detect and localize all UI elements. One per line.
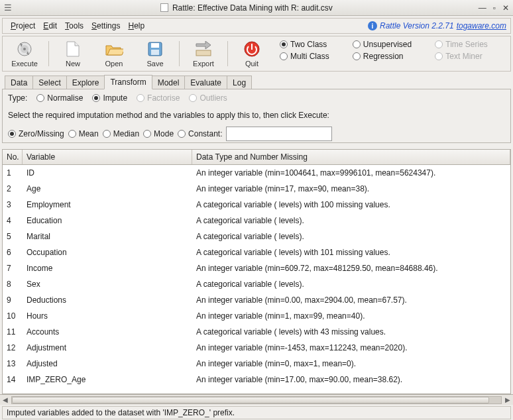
open-icon bbox=[105, 40, 123, 58]
variables-table: No. Variable Data Type and Number Missin… bbox=[2, 149, 511, 394]
tab-log[interactable]: Log bbox=[227, 76, 252, 89]
save-button[interactable]: Save bbox=[137, 38, 174, 69]
separator bbox=[48, 41, 49, 66]
version-label: i Rattle Version 2.2.71 togaware.com bbox=[368, 21, 506, 30]
tab-select[interactable]: Select bbox=[32, 76, 66, 89]
status-bar: Imputed variables added to the dataset w… bbox=[2, 406, 511, 419]
constant-input[interactable] bbox=[226, 127, 332, 141]
method-radio-constant[interactable]: Constant: bbox=[178, 129, 222, 138]
table-row[interactable]: 10HoursAn integer variable (min=1, max=9… bbox=[3, 308, 510, 324]
window-title: Rattle: Effective Data Mining with R: au… bbox=[172, 3, 333, 13]
tab-explore[interactable]: Explore bbox=[66, 76, 105, 89]
menu-settings[interactable]: Settings bbox=[87, 20, 124, 32]
minimize-button[interactable]: — bbox=[479, 3, 486, 13]
window-menu-icon[interactable]: ☰ bbox=[4, 3, 12, 13]
tab-model[interactable]: Model bbox=[152, 76, 186, 89]
separator bbox=[179, 41, 180, 66]
menu-project[interactable]: Project bbox=[7, 20, 39, 32]
col-variable[interactable]: Variable bbox=[23, 150, 192, 164]
svg-rect-5 bbox=[151, 50, 159, 55]
quit-button[interactable]: Quit bbox=[233, 38, 270, 69]
scrollbar-thumb[interactable] bbox=[12, 397, 489, 403]
table-row[interactable]: 5MaritalA categorical variable ( levels)… bbox=[3, 229, 510, 244]
tab-data[interactable]: Data bbox=[5, 76, 33, 89]
table-body[interactable]: 1IDAn integer variable (min=1004641, max… bbox=[3, 165, 510, 394]
svg-rect-4 bbox=[151, 43, 159, 48]
table-row[interactable]: 1IDAn integer variable (min=1004641, max… bbox=[3, 165, 510, 181]
document-icon bbox=[160, 3, 168, 12]
type-radio-outliers: Outliers bbox=[189, 93, 227, 103]
svg-point-2 bbox=[23, 48, 26, 50]
mode-radio-time-series: Time Series bbox=[435, 40, 507, 49]
table-row[interactable]: 6OccupationA categorical variable ( leve… bbox=[3, 244, 510, 260]
table-row[interactable]: 11AccountsA categorical variable ( level… bbox=[3, 324, 510, 340]
svg-rect-6 bbox=[196, 50, 211, 56]
quit-icon bbox=[243, 40, 261, 58]
type-radio-normalise[interactable]: Normalise bbox=[36, 93, 83, 103]
menu-edit[interactable]: Edit bbox=[39, 20, 61, 32]
open-button[interactable]: Open bbox=[95, 38, 133, 69]
mode-radio-text-miner: Text Miner bbox=[435, 52, 507, 61]
table-row[interactable]: 7IncomeAn integer variable (min=609.72, … bbox=[3, 260, 510, 276]
titlebar: ☰ Rattle: Effective Data Mining with R: … bbox=[0, 0, 513, 16]
horizontal-scrollbar[interactable]: ◀ ▶ bbox=[0, 394, 513, 405]
tabbar: DataSelectExploreTransformModelEvaluateL… bbox=[2, 74, 511, 89]
execute-button[interactable]: Execute bbox=[6, 38, 43, 69]
export-button[interactable]: Export bbox=[185, 38, 222, 69]
table-row[interactable]: 9DeductionsAn integer variable (min=0.00… bbox=[3, 292, 510, 308]
type-radio-factorise: Factorise bbox=[137, 93, 180, 103]
version-link[interactable]: togaware.com bbox=[457, 21, 506, 30]
execute-icon bbox=[15, 40, 34, 58]
tab-transform[interactable]: Transform bbox=[104, 75, 152, 89]
mode-radio-two-class[interactable]: Two Class bbox=[280, 40, 349, 49]
table-row[interactable]: 2AgeAn integer variable (min=17, max=90,… bbox=[3, 181, 510, 197]
scroll-right-icon[interactable]: ▶ bbox=[502, 396, 513, 403]
type-label: Type: bbox=[8, 93, 27, 103]
new-button[interactable]: New bbox=[54, 38, 91, 69]
new-icon bbox=[64, 40, 82, 58]
svg-rect-8 bbox=[251, 44, 253, 50]
mode-radio-unsupervised[interactable]: Unsupervised bbox=[353, 40, 431, 49]
table-row[interactable]: 14IMP_ZERO_AgeAn integer variable (min=1… bbox=[3, 372, 510, 388]
export-icon bbox=[194, 40, 213, 58]
instruction-text: Select the required imputation method an… bbox=[8, 111, 505, 120]
method-radio-mode[interactable]: Mode bbox=[143, 129, 174, 138]
table-row[interactable]: 4EducationA categorical variable ( level… bbox=[3, 213, 510, 229]
col-no[interactable]: No. bbox=[3, 150, 23, 164]
tab-evaluate[interactable]: Evaluate bbox=[184, 76, 227, 89]
method-radio-zeromissing[interactable]: Zero/Missing bbox=[8, 129, 64, 138]
method-radio-median[interactable]: Median bbox=[103, 129, 139, 138]
table-row[interactable]: 8SexA categorical variable ( levels). bbox=[3, 276, 510, 292]
col-desc[interactable]: Data Type and Number Missing bbox=[192, 150, 510, 164]
method-radio-mean[interactable]: Mean bbox=[68, 129, 99, 138]
mode-radio-regression[interactable]: Regression bbox=[353, 52, 431, 61]
separator bbox=[227, 41, 228, 66]
table-row[interactable]: 3EmploymentA categorical variable ( leve… bbox=[3, 197, 510, 213]
type-radio-impute[interactable]: Impute bbox=[92, 93, 127, 103]
menu-help[interactable]: Help bbox=[124, 20, 148, 32]
transform-panel: Type: NormaliseImputeFactoriseOutliers S… bbox=[2, 89, 511, 143]
info-icon: i bbox=[368, 21, 377, 30]
scroll-left-icon[interactable]: ◀ bbox=[0, 396, 11, 403]
toolbar: Execute New Open Save Export Quit Two Cl… bbox=[2, 36, 511, 72]
menu-tools[interactable]: Tools bbox=[61, 20, 87, 32]
table-row[interactable]: 12AdjustmentAn integer variable (min=-14… bbox=[3, 340, 510, 356]
save-icon bbox=[146, 40, 164, 58]
table-row[interactable]: 13AdjustedAn integer variable (min=0, ma… bbox=[3, 356, 510, 372]
close-button[interactable]: ✕ bbox=[502, 3, 509, 13]
maximize-button[interactable]: ▫ bbox=[493, 3, 496, 13]
mode-radio-multi-class[interactable]: Multi Class bbox=[280, 52, 349, 61]
menubar: ProjectEditToolsSettingsHelp i Rattle Ve… bbox=[2, 18, 511, 34]
table-header: No. Variable Data Type and Number Missin… bbox=[3, 150, 510, 165]
